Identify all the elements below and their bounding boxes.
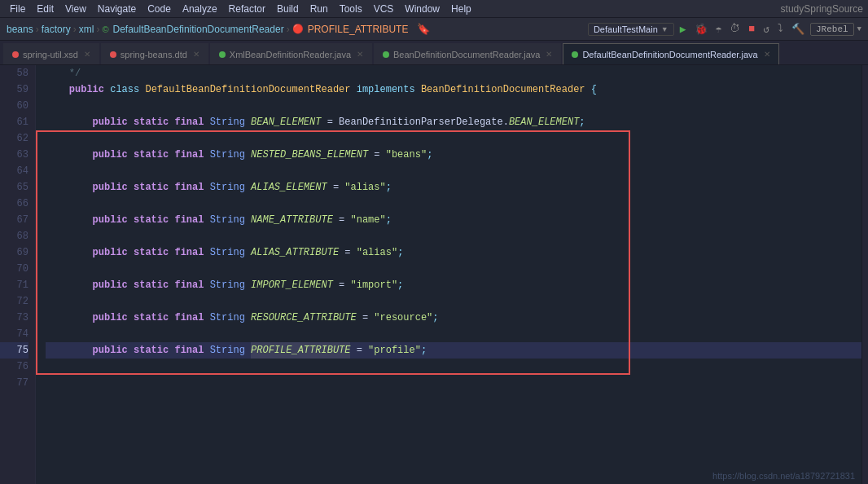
project-name: studySpringSource [781,3,863,15]
tab-default-bean-doc-reader[interactable]: DefaultBeanDefinitionDocumentReader.java… [563,43,778,64]
debug-button[interactable]: 🐞 [692,21,710,37]
tab-label-3: XmlBeanDefinitionReader.java [230,50,351,59]
gutter-66: 66 [0,196,28,212]
toolbar-right: DefaultTestMain ▼ ▶ 🐞 ☂ ⏱ ■ ↺ ⤵ 🔨 JRebel… [588,21,861,37]
tab-dot-3 [219,51,226,58]
jrebel-badge[interactable]: JRebel [810,23,854,36]
tab-close-1[interactable]: ✕ [84,50,90,59]
breadcrumb-attr[interactable]: PROFILE_ATTRIBUTE [308,24,409,35]
code-line-75: public static final String PROFILE_ATTRI… [46,342,861,359]
gutter-64: 64 [0,163,28,179]
gutter-68: 68 [0,228,28,244]
build-button[interactable]: 🔨 [789,21,807,37]
menu-build[interactable]: Build [272,2,304,15]
code-line-69: public static final String ALIAS_ATTRIBU… [46,244,861,261]
bookmark-icon[interactable]: 🔖 [414,21,432,37]
coverage-button[interactable]: ☂ [713,21,725,37]
run-config-chevron: ▼ [661,25,669,33]
menu-help[interactable]: Help [446,2,476,15]
menu-run[interactable]: Run [305,2,333,15]
gutter-76: 76 [0,359,28,375]
code-line-68 [46,228,861,244]
gutter-69: 69 [0,244,28,261]
gutter-59: 59 [0,81,28,98]
gutter-72: 72 [0,293,28,310]
menu-bar: File Edit View Navigate Code Analyze Ref… [0,0,868,18]
code-line-58: */ [46,65,861,81]
vertical-scrollbar[interactable] [861,65,868,484]
code-line-66 [46,196,861,212]
gutter-63: 63 [0,147,28,163]
menu-window[interactable]: Window [400,2,445,15]
jrebel-chevron: ▼ [857,25,861,33]
breadcrumb-factory[interactable]: factory [42,24,71,35]
breadcrumb-sep-1: › [36,24,39,35]
menu-code[interactable]: Code [142,2,176,15]
gutter-70: 70 [0,261,28,277]
run-config-label: DefaultTestMain [594,24,658,34]
tab-close-2[interactable]: ✕ [193,50,199,59]
breadcrumb: beans › factory › xml › © DefaultBeanDef… [7,24,408,35]
profile-button[interactable]: ⏱ [727,21,743,37]
menu-vcs[interactable]: VCS [369,2,399,15]
breadcrumb-xml[interactable]: xml [79,24,94,35]
menu-view[interactable]: View [60,2,91,15]
tab-close-5[interactable]: ✕ [764,50,770,59]
code-line-63: public static final String NESTED_BEANS_… [46,147,861,163]
tab-bean-doc-reader[interactable]: BeanDefinitionDocumentReader.java ✕ [374,43,561,64]
code-line-59: public class DefaultBeanDefinitionDocume… [46,81,861,98]
gutter-67: 67 [0,212,28,228]
menu-navigate[interactable]: Navigate [93,2,141,15]
code-line-70 [46,261,861,277]
tab-dot-2 [110,51,116,58]
tab-dot-1 [12,51,19,58]
tab-xml-reader[interactable]: XmlBeanDefinitionReader.java ✕ [210,43,372,64]
menu-tools[interactable]: Tools [335,2,367,15]
code-line-67: public static final String NAME_ATTRIBUT… [46,212,861,228]
code-line-74 [46,326,861,342]
run-config[interactable]: DefaultTestMain ▼ [588,23,674,36]
code-line-62 [46,130,861,147]
tab-spring-beans[interactable]: spring-beans.dtd ✕ [101,43,208,64]
gutter-75: 75 [0,342,28,359]
tab-close-4[interactable]: ✕ [546,50,552,59]
tab-spring-util[interactable]: spring-util.xsd ✕ [3,43,99,64]
menu-edit[interactable]: Edit [32,2,59,15]
gutter-74: 74 [0,326,28,342]
code-line-71: public static final String IMPORT_ELEMEN… [46,277,861,293]
code-line-73: public static final String RESOURCE_ATTR… [46,310,861,326]
gutter-77: 77 [0,375,28,391]
rerun-button[interactable]: ↺ [761,21,772,37]
code-line-65: public static final String ALIAS_ELEMENT… [46,179,861,196]
gutter-60: 60 [0,98,28,114]
gutter-58: 58 [0,65,28,81]
menu-refactor[interactable]: Refactor [224,2,270,15]
gutter-65: 65 [0,179,28,196]
code-editor[interactable]: */ public class DefaultBeanDefinitionDoc… [36,65,861,484]
tab-label-4: BeanDefinitionDocumentReader.java [393,50,540,59]
run-button[interactable]: ▶ [677,21,689,37]
tab-close-3[interactable]: ✕ [357,50,363,59]
tabs-bar: spring-util.xsd ✕ spring-beans.dtd ✕ Xml… [0,41,868,65]
breadcrumb-sep-4: › [287,24,290,35]
gutter-62: 62 [0,130,28,147]
code-line-60 [46,98,861,114]
editor-area: 58 59 60 61 62 63 64 65 66 67 68 69 70 7… [0,65,868,484]
code-line-72 [46,293,861,310]
stop-button[interactable]: ■ [746,21,757,37]
menu-analyze[interactable]: Analyze [178,2,222,15]
breadcrumb-beans[interactable]: beans [7,24,33,35]
gutter-71: 71 [0,277,28,293]
tab-dot-4 [383,51,389,58]
watermark: https://blog.csdn.net/a18792721831 [712,471,855,481]
code-line-64 [46,163,861,179]
code-line-77 [46,375,861,391]
breadcrumb-sep-3: › [96,24,99,35]
breadcrumb-class[interactable]: DefaultBeanDefinitionDocumentReader [113,24,284,35]
menu-file[interactable]: File [5,2,30,15]
tab-dot-5 [572,51,578,58]
tab-label-2: spring-beans.dtd [121,50,187,59]
step-button[interactable]: ⤵ [775,21,786,37]
breadcrumb-sep-2: › [73,24,77,35]
code-line-76 [46,359,861,375]
